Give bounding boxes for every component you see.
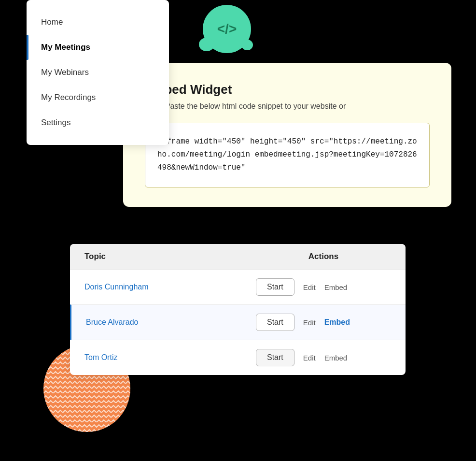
embed-widget-card: Embed Widget Copy/Paste the below html c… xyxy=(123,63,451,207)
sidebar-item-label: My Recordings xyxy=(41,93,96,102)
row-actions: Start Edit Embed xyxy=(256,278,391,296)
code-icon: </> xyxy=(217,21,237,37)
sidebar-item-my-recordings[interactable]: My Recordings xyxy=(27,85,169,110)
embed-code-box[interactable]: <iframe width="450" height="450" src="ht… xyxy=(145,123,430,187)
embed-widget-title: Embed Widget xyxy=(145,82,430,97)
embed-button[interactable]: Embed xyxy=(324,354,348,362)
sidebar-item-label: Home xyxy=(41,17,63,27)
start-button[interactable]: Start xyxy=(256,349,294,366)
sidebar-item-label: My Webinars xyxy=(41,68,89,77)
code-icon-container: </> xyxy=(203,5,251,53)
sidebar: Home My Meetings My Webinars My Recordin… xyxy=(27,0,169,145)
th-actions: Actions xyxy=(256,252,391,261)
sidebar-item-label: Settings xyxy=(41,118,70,127)
sidebar-item-label: My Meetings xyxy=(41,43,90,52)
code-icon-notch-right xyxy=(241,40,253,50)
embed-button[interactable]: Embed xyxy=(324,283,348,291)
sidebar-item-home[interactable]: Home xyxy=(27,10,169,35)
th-topic: Topic xyxy=(84,252,256,261)
meetings-table: Topic Actions Doris Cunningham Start Edi… xyxy=(70,244,406,375)
embed-widget-description: Copy/Paste the below html code snippet t… xyxy=(145,102,430,111)
embed-button-active[interactable]: Embed xyxy=(324,318,350,327)
row-actions: Start Edit Embed xyxy=(256,349,391,366)
row-topic[interactable]: Bruce Alvarado xyxy=(86,318,256,327)
row-topic[interactable]: Doris Cunningham xyxy=(84,283,256,291)
start-button[interactable]: Start xyxy=(256,278,294,296)
sidebar-item-settings[interactable]: Settings xyxy=(27,110,169,135)
edit-button[interactable]: Edit xyxy=(303,283,316,291)
edit-button[interactable]: Edit xyxy=(303,318,316,327)
start-button[interactable]: Start xyxy=(256,314,294,331)
table-row: Doris Cunningham Start Edit Embed xyxy=(70,269,406,304)
table-row: Tom Ortiz Start Edit Embed xyxy=(70,340,406,375)
sidebar-item-my-webinars[interactable]: My Webinars xyxy=(27,60,169,85)
sidebar-item-my-meetings[interactable]: My Meetings xyxy=(27,35,169,60)
row-actions: Start Edit Embed xyxy=(256,314,391,331)
code-icon-notch-left xyxy=(199,38,214,51)
table-row: Bruce Alvarado Start Edit Embed xyxy=(70,304,406,340)
table-header: Topic Actions xyxy=(70,244,406,269)
edit-button[interactable]: Edit xyxy=(303,354,316,362)
row-topic[interactable]: Tom Ortiz xyxy=(84,353,256,362)
